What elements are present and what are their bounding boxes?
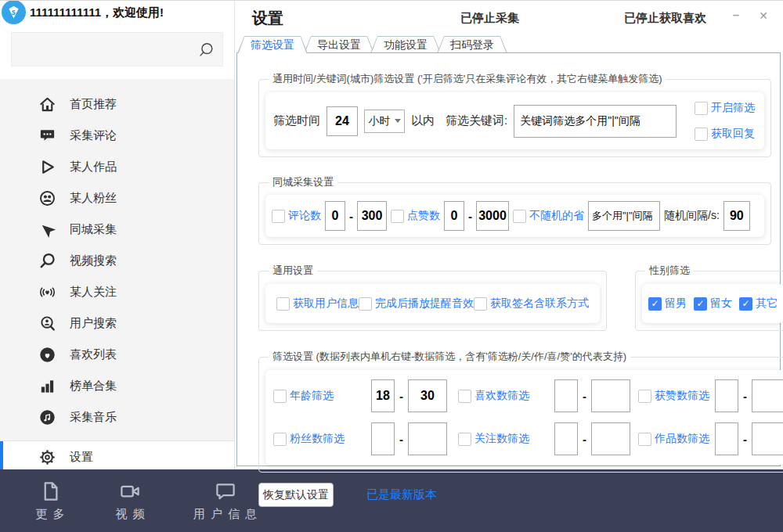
tab-filter-settings[interactable]: 筛选设置: [237, 36, 308, 53]
age-max-input[interactable]: [408, 379, 447, 412]
like-min-input[interactable]: [444, 201, 464, 231]
keyword-label: 筛选关键词:: [446, 113, 507, 128]
search-box: [11, 32, 223, 66]
music-circle-icon: [38, 408, 56, 426]
sidebar-item-city-collect[interactable]: 同城采集: [0, 214, 234, 245]
follow-max-input[interactable]: [591, 422, 630, 455]
fans-max-input[interactable]: [408, 422, 447, 455]
checkbox-box: [695, 102, 708, 115]
works-min-input[interactable]: [715, 422, 738, 455]
sidebar-item-user-follows[interactable]: 某人关注: [0, 276, 234, 307]
sidebar-search-area: [0, 24, 234, 79]
checkbox-keep-female[interactable]: 留女: [694, 297, 732, 311]
sidebar-item-home-feed[interactable]: 首页推荐: [0, 88, 234, 120]
tab-function-settings[interactable]: 功能设置: [370, 36, 441, 53]
settings-row: 通用设置 获取用户信息 完成后播放提醒音效 获取签名含联系方式: [258, 264, 771, 331]
sidebar: 111111111111，欢迎使用! 首页推荐 采集评论 某人作品: [0, 1, 235, 470]
sidebar-item-label: 喜欢列表: [70, 347, 117, 362]
chevron-down-icon: [395, 119, 401, 123]
tab-qr-login[interactable]: 扫码登录: [437, 36, 507, 53]
close-button[interactable]: ✕: [755, 9, 772, 22]
status-collect-stopped: 已停止采集: [460, 11, 519, 26]
sidebar-item-user-fans[interactable]: 某人粉丝: [0, 182, 234, 214]
keyword-input[interactable]: [514, 105, 677, 138]
filter-time-input[interactable]: [327, 106, 358, 136]
group-city-collect: 同城采集设置 评论数 - 点赞数 -: [258, 175, 771, 245]
checkbox-signature-contact[interactable]: 获取签名含联系方式: [474, 297, 589, 311]
reset-defaults-button[interactable]: 恢复默认设置: [258, 483, 334, 507]
sidebar-menu: 首页推荐 采集评论 某人作品 某人粉丝 同城采集 视频搜索: [0, 79, 234, 473]
random-interval-input[interactable]: [723, 201, 750, 231]
received-likes-max-input[interactable]: [752, 379, 783, 412]
fans-min-input[interactable]: [371, 422, 395, 455]
sidebar-item-collect-comments[interactable]: 采集评论: [0, 120, 234, 151]
checkbox-non-random-province[interactable]: 不随机的省: [513, 209, 584, 223]
page-footer: 恢复默认设置 已是最新版本: [258, 483, 771, 507]
checkbox-box: [695, 128, 708, 141]
file-icon: [38, 480, 62, 503]
bottombar-video[interactable]: 视频: [108, 480, 152, 522]
latest-version-link[interactable]: 已是最新版本: [366, 487, 437, 502]
checkbox-fans-count-filter[interactable]: 粉丝数筛选: [273, 432, 345, 446]
checkbox-age-filter[interactable]: 年龄筛选: [273, 389, 334, 403]
checkbox-play-sound-on-finish[interactable]: 完成后播放提醒音效: [359, 297, 474, 311]
group-card: 获取用户信息 完成后播放提醒音效 获取签名含联系方式: [265, 284, 600, 323]
sidebar-item-settings[interactable]: 设置: [0, 441, 234, 473]
group-gender-filter: 性别筛选 留男 留女 其它: [635, 264, 783, 331]
group-card: 年龄筛选 - 喜欢数筛选: [265, 370, 783, 465]
like-max-input[interactable]: [476, 201, 509, 231]
main-titlebar: 设置 已停止采集 已停止获取喜欢 – ✕: [236, 1, 783, 35]
sidebar-item-like-list[interactable]: 喜欢列表: [0, 339, 234, 370]
checkbox-keep-male[interactable]: 留男: [648, 297, 687, 311]
checkbox-like-count-filter[interactable]: 喜欢数筛选: [458, 389, 529, 403]
tab-export-settings[interactable]: 导出设置: [304, 36, 374, 53]
time-unit-select[interactable]: 小时: [364, 110, 405, 133]
checkbox-like-count[interactable]: 点赞数: [391, 209, 440, 223]
group-legend: 通用设置: [269, 264, 317, 278]
sidebar-item-video-search[interactable]: 视频搜索: [0, 245, 234, 276]
checkbox-box-checked: [694, 297, 707, 311]
works-max-input[interactable]: [752, 422, 783, 455]
province-input[interactable]: [588, 201, 660, 231]
app-window: 111111111111，欢迎使用! 首页推荐 采集评论 某人作品: [0, 0, 783, 532]
received-likes-min-input[interactable]: [715, 379, 738, 412]
sidebar-item-collect-music[interactable]: 采集音乐: [0, 401, 234, 433]
checkbox-keep-other[interactable]: 其它: [739, 297, 778, 311]
bottombar-user-info[interactable]: 用户信息: [188, 480, 262, 522]
group-card: 留男 留女 其它: [642, 284, 783, 323]
status-likes-stopped: 已停止获取喜欢: [624, 11, 706, 26]
sidebar-item-label: 采集音乐: [70, 410, 117, 425]
checkbox-enable-filter[interactable]: 开启筛选: [695, 101, 755, 115]
sidebar-item-label: 某人关注: [70, 285, 117, 300]
group-legend: 通用时间/关键词(城市)筛选设置 ('开启筛选'只在采集评论有效，其它右键菜单触…: [269, 72, 666, 86]
group-legend: 筛选设置 (数据列表内单机右键-数据筛选，含有'筛选粉/关/作/喜/赞'的代表支…: [269, 350, 630, 364]
checkbox-received-likes-filter[interactable]: 获赞数筛选: [638, 389, 709, 403]
random-interval-label: 随机间隔/s:: [664, 209, 720, 223]
filter-time-label: 筛选时间: [273, 113, 320, 128]
checkbox-comment-count[interactable]: 评论数: [272, 209, 321, 223]
checkbox-get-user-info[interactable]: 获取用户信息: [276, 297, 359, 311]
checkbox-works-count-filter[interactable]: 作品数筛选: [638, 432, 709, 446]
sidebar-item-user-works[interactable]: 某人作品: [0, 151, 234, 182]
like-count-max-input[interactable]: [591, 379, 630, 412]
filter-age: 年龄筛选 -: [273, 379, 447, 412]
video-search-icon: [38, 251, 56, 270]
video-camera-icon: [118, 480, 142, 503]
like-count-min-input[interactable]: [554, 379, 578, 412]
filter-received-likes: 获赞数筛选 -: [638, 379, 783, 412]
search-input[interactable]: [12, 33, 222, 66]
sidebar-item-user-search[interactable]: 用户搜索: [0, 307, 234, 339]
follow-min-input[interactable]: [554, 422, 578, 455]
minimize-button[interactable]: –: [727, 8, 745, 21]
search-icon[interactable]: [197, 41, 215, 59]
age-min-input[interactable]: [371, 379, 395, 412]
sidebar-item-ranking[interactable]: 榜单合集: [0, 370, 234, 401]
checkbox-box: [638, 433, 651, 446]
comment-max-input[interactable]: [357, 201, 387, 231]
checkbox-get-replies[interactable]: 获取回复: [695, 127, 755, 141]
comment-min-input[interactable]: [325, 201, 345, 231]
sidebar-item-label: 视频搜索: [70, 253, 117, 268]
filter-settings-page: 通用时间/关键词(城市)筛选设置 ('开启筛选'只在采集评论有效，其它右键菜单触…: [236, 52, 781, 466]
checkbox-follow-count-filter[interactable]: 关注数筛选: [458, 432, 529, 446]
bottombar-more[interactable]: 更多: [28, 480, 72, 522]
